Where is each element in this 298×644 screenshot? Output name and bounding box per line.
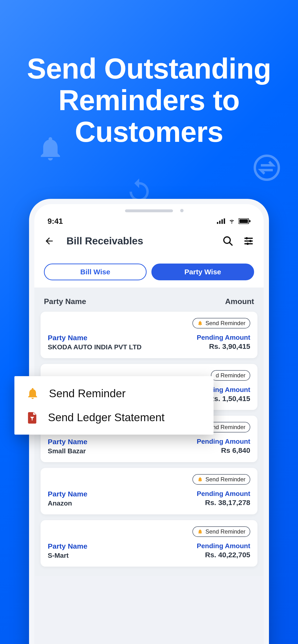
party-name: S-Mart: [48, 552, 87, 560]
bell-icon: [26, 387, 39, 400]
svg-rect-2: [219, 221, 221, 224]
filter-button[interactable]: [243, 236, 254, 246]
column-party: Party Name: [44, 297, 86, 306]
send-reminder-label: Send Reminder: [205, 528, 245, 535]
notch-speaker: [125, 210, 173, 212]
pending-label: Pending Amount: [197, 542, 250, 550]
pending-label: Pending Amount: [197, 438, 250, 446]
svg-rect-6: [239, 219, 248, 223]
search-button[interactable]: [222, 236, 233, 246]
arrow-left-icon: [44, 236, 54, 246]
wifi-icon: [228, 218, 236, 224]
party-label: Party Name: [48, 438, 87, 446]
svg-point-11: [246, 237, 248, 240]
send-reminder-button[interactable]: Send Reminder: [192, 526, 250, 537]
pending-label: Pending Amount: [197, 334, 250, 342]
tab-bill-wise[interactable]: Bill Wise: [44, 264, 146, 280]
party-label: Party Name: [48, 490, 87, 498]
send-reminder-button[interactable]: d Reminder: [211, 370, 250, 381]
view-toggle: Bill Wise Party Wise: [34, 256, 264, 290]
svg-rect-7: [249, 220, 250, 222]
pdf-icon: [26, 411, 38, 424]
party-card[interactable]: Send Reminder Party Name S-Mart Pending …: [41, 520, 257, 566]
svg-point-13: [249, 240, 252, 242]
party-label: Party Name: [48, 334, 141, 342]
send-reminder-label: d Reminder: [216, 372, 245, 379]
receivables-list: Send Reminder Party Name SKODA AUTO INDI…: [34, 312, 264, 576]
pending-label: Pending Amount: [197, 490, 250, 498]
pending-amount: Rs 6,840: [197, 446, 250, 454]
pending-amount: Rs. 38,17,278: [197, 498, 250, 507]
party-label: Party Name: [48, 542, 87, 550]
bell-decoration-icon: [36, 134, 65, 163]
bell-icon: [197, 529, 203, 534]
send-reminder-button[interactable]: Send Reminder: [192, 318, 250, 328]
send-reminder-label: Send Reminder: [205, 320, 245, 326]
cellular-icon: [217, 218, 225, 224]
popover-reminder-label: Send Reminder: [49, 387, 126, 400]
svg-rect-3: [221, 219, 223, 224]
pending-amount: Rs. 1,50,415: [209, 394, 250, 403]
svg-point-15: [246, 243, 249, 245]
pending-label: ing Amount: [209, 386, 250, 394]
action-popover: Send Reminder Send Ledger Statement: [14, 376, 214, 434]
send-reminder-label: Send Reminder: [205, 476, 245, 483]
status-indicators: [217, 218, 250, 224]
bell-icon: [197, 476, 203, 482]
svg-point-0: [255, 156, 279, 180]
swap-decoration-icon: [252, 153, 281, 182]
popover-send-reminder[interactable]: Send Reminder: [26, 387, 202, 400]
search-icon: [222, 236, 233, 246]
column-amount: Amount: [225, 297, 254, 306]
party-name: SKODA AUTO INDIA PVT LTD: [48, 343, 141, 351]
notch-camera: [180, 209, 184, 212]
party-name: Small Bazar: [48, 447, 87, 455]
party-name: Anazon: [48, 500, 87, 507]
svg-rect-1: [217, 222, 218, 224]
svg-rect-4: [224, 218, 225, 224]
send-reminder-button[interactable]: Send Reminder: [192, 474, 250, 485]
list-header: Party Name Amount: [34, 290, 264, 312]
page-title: Bill Receivables: [66, 235, 213, 247]
pending-amount: Rs. 3,90,415: [197, 342, 250, 350]
svg-line-9: [229, 242, 232, 245]
status-time: 9:41: [48, 217, 63, 226]
back-button[interactable]: [44, 236, 54, 246]
hero-title: Send Outstanding Reminders to Customers: [0, 0, 298, 148]
battery-icon: [238, 218, 250, 224]
pending-amount: Rs. 40,22,705: [197, 551, 250, 559]
popover-send-ledger[interactable]: Send Ledger Statement: [26, 411, 202, 424]
bell-icon: [197, 320, 203, 326]
sliders-icon: [243, 236, 254, 246]
party-card[interactable]: Send Reminder Party Name Anazon Pending …: [41, 468, 257, 514]
popover-ledger-label: Send Ledger Statement: [48, 411, 165, 424]
app-header: Bill Receivables: [34, 228, 264, 256]
tab-party-wise[interactable]: Party Wise: [152, 264, 254, 280]
party-card[interactable]: Send Reminder Party Name SKODA AUTO INDI…: [41, 312, 257, 358]
status-bar: 9:41: [34, 204, 264, 228]
